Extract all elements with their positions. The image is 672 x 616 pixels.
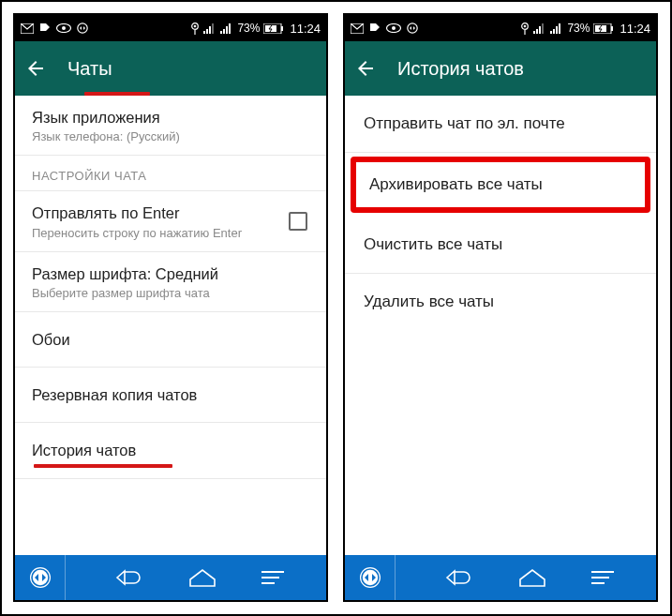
item-label: Резервная копия чатов [32,384,309,405]
teamviewer-icon [407,23,418,34]
signal-icon [203,23,217,34]
svg-rect-12 [226,26,228,34]
svg-point-39 [360,567,381,588]
mail-icon [21,23,34,34]
location-icon [520,23,530,35]
svg-point-24 [392,26,396,30]
item-email-chat[interactable]: Отправить чат по эл. почте [345,96,656,153]
item-wallpaper[interactable]: Обои [15,312,326,368]
svg-rect-6 [203,31,205,34]
nav-home-icon[interactable] [516,567,548,588]
svg-rect-34 [556,26,558,34]
item-label: Отправлять по Enter [32,203,242,223]
svg-point-25 [408,23,417,33]
item-clear-all[interactable]: Очистить все чаты [345,217,656,274]
svg-rect-15 [281,26,283,31]
nav-home-icon[interactable] [187,567,218,588]
item-history[interactable]: История чатов [15,423,326,478]
item-label: Обои [32,329,309,350]
svg-rect-29 [536,29,538,34]
svg-rect-32 [550,31,552,34]
svg-rect-8 [209,26,211,34]
history-list: Отправить чат по эл. почте Архивировать … [345,96,656,555]
battery-icon [263,23,284,34]
eye-icon [386,23,401,33]
phone-left: 73% 11:24 Чаты Язык приложения Язык теле… [13,13,328,602]
teamviewer-icon [77,23,88,34]
battery-icon [593,23,614,34]
annotation-underline [34,464,172,468]
nav-recent-icon[interactable] [259,568,287,587]
status-bar: 73% 11:24 [345,15,656,41]
status-bar: 73% 11:24 [15,15,326,41]
item-label: Архивировать все чаты [369,175,543,193]
svg-rect-9 [212,23,214,34]
svg-rect-35 [559,23,560,34]
tag-icon [369,23,381,34]
settings-list: Язык приложения Язык телефона: (Русский)… [15,96,326,555]
app-bar: Чаты [15,41,326,96]
back-icon[interactable] [24,57,47,80]
svg-rect-11 [223,29,225,34]
svg-point-2 [62,26,66,30]
item-label: Язык приложения [32,107,311,128]
nav-app-icon[interactable] [15,555,66,600]
svg-rect-13 [229,23,231,34]
annotation-underline [84,92,150,96]
nav-app-icon[interactable] [345,555,396,600]
item-label: Удалить все чаты [364,293,494,310]
item-label: Размер шрифта: Средний [32,263,311,284]
clock-text: 11:24 [290,22,321,36]
location-icon [190,23,200,35]
svg-point-27 [524,24,527,27]
page-title: Чаты [67,58,112,80]
svg-rect-31 [542,23,544,34]
item-label: Очистить все чаты [364,235,502,253]
page-title: История чатов [397,58,524,80]
tag-icon [39,23,51,34]
nav-recent-icon[interactable] [589,568,617,587]
signal2-icon [220,23,233,34]
svg-rect-30 [539,26,541,34]
eye-icon [56,23,71,33]
item-sub: Выберите размер шрифта чата [32,286,311,300]
mail-icon [351,23,364,34]
svg-rect-10 [220,31,222,34]
item-delete-all[interactable]: Удалить все чаты [345,274,656,330]
back-icon[interactable] [354,57,377,80]
nav-back-icon[interactable] [106,567,147,588]
item-sub: Язык телефона: (Русский) [32,129,311,143]
nav-bar [345,555,656,600]
nav-bar [15,555,326,600]
item-archive-all[interactable]: Архивировать все чаты [351,157,650,213]
svg-point-3 [78,23,87,33]
svg-rect-33 [553,29,555,34]
item-backup[interactable]: Резервная копия чатов [15,368,326,423]
checkbox-enter[interactable] [289,212,307,231]
item-label: Отправить чат по эл. почте [364,114,565,132]
svg-point-17 [30,567,51,588]
clock-text: 11:24 [620,22,650,36]
nav-back-icon[interactable] [436,567,477,588]
signal-icon [533,23,546,34]
svg-point-5 [194,24,197,27]
item-label: История чатов [32,440,309,460]
battery-percent: 73% [567,22,590,35]
svg-rect-28 [533,31,535,34]
signal2-icon [550,23,563,34]
svg-rect-7 [206,29,208,34]
item-language[interactable]: Язык приложения Язык телефона: (Русский) [15,96,326,156]
item-font-size[interactable]: Размер шрифта: Средний Выберите размер ш… [15,252,326,312]
item-sub: Переносить строку по нажатию Enter [32,226,242,240]
battery-percent: 73% [237,22,260,35]
item-enter[interactable]: Отправлять по Enter Переносить строку по… [15,191,326,251]
svg-rect-37 [611,26,613,31]
section-header: НАСТРОЙКИ ЧАТА [15,156,326,191]
app-bar: История чатов [345,41,656,96]
phone-right: 73% 11:24 История чатов Отправить чат по… [343,13,658,602]
